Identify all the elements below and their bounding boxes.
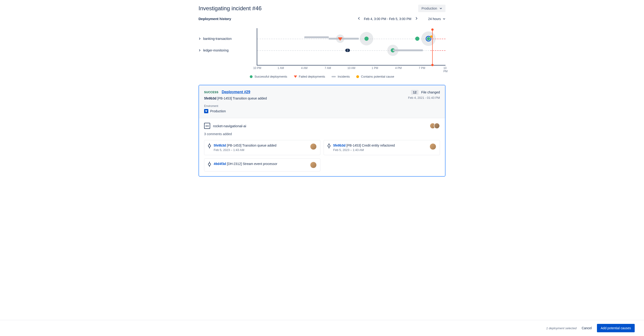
commit-hash-link[interactable]: 5fe9b3d (333, 144, 346, 147)
commit-hash-link[interactable]: 5fe9b3d (214, 144, 226, 147)
deployment-link[interactable]: Deployment #29 (222, 90, 250, 94)
chevron-right-icon (415, 17, 418, 20)
timeline-row-label: ledger-monitoring (203, 48, 228, 52)
x-tick: 1 AM (278, 66, 284, 70)
x-tick: 4 PM (395, 66, 402, 70)
avatar (430, 144, 436, 150)
environment-value: Production (210, 109, 226, 113)
deployment-details-panel: SUCCESS Deployment #29 5fe9b3d [PB-1453]… (198, 85, 446, 176)
ticket-ref: [PB-1453] (218, 96, 232, 100)
ticket-ref: [DH-2312] (227, 162, 242, 166)
successful-deployment-marker[interactable] (415, 36, 420, 41)
commit-message: Stream event processor (243, 162, 278, 166)
commit-card[interactable]: 49d4f3d [DH-2312] Stream event processor (204, 158, 320, 172)
next-range-button[interactable] (414, 16, 418, 21)
commit-node-icon (208, 163, 211, 166)
x-tick: 10 AM (348, 66, 355, 70)
x-tick: 10 PM (253, 66, 262, 70)
timeline-row-toggle[interactable]: banking-transaction (198, 33, 257, 44)
x-tick: 7 PM (419, 66, 425, 70)
code-icon: <> (204, 123, 210, 129)
section-title: Deployment history (198, 17, 231, 21)
avatar (310, 144, 316, 150)
failed-triangle-icon (294, 76, 297, 78)
ticket-ref: [PB-1453] (346, 144, 361, 147)
file-changed-label: File changed (421, 90, 440, 94)
chevron-down-icon (443, 18, 446, 20)
incident-bar-icon (332, 76, 336, 77)
commit-hash-link[interactable]: 49d4f3d (214, 162, 226, 166)
repo-name: rocket-navigational-ai (213, 124, 246, 128)
failed-deployment-marker[interactable] (338, 37, 342, 40)
chevron-right-icon (198, 49, 201, 52)
range-label: 24 hours (428, 17, 441, 21)
legend-label: Incidents (338, 75, 350, 78)
x-tick: 10 PM (444, 66, 448, 73)
incident-bar[interactable] (304, 36, 329, 38)
timeline-row-toggle[interactable]: ledger-monitoring (198, 44, 257, 56)
legend-label: Contains potential cause (361, 75, 394, 78)
commit-node-icon (208, 144, 211, 148)
legend: Successful deployments Failed deployment… (198, 75, 446, 78)
incident-bar[interactable] (393, 50, 423, 51)
bitbucket-icon (204, 109, 208, 113)
current-time-line (432, 30, 433, 65)
prev-range-button[interactable] (357, 16, 361, 21)
range-dropdown[interactable]: 24 hours (428, 17, 446, 21)
commit-hash: 5fe9b3d (204, 96, 216, 100)
avatar (434, 123, 440, 129)
commit-node-icon (328, 144, 330, 148)
event-count-badge[interactable]: 2 (345, 49, 350, 52)
commit-date: Feb 5, 2023 – 1:43 AM (214, 148, 276, 152)
commit-card[interactable]: 5fe9b3d [PB-1453] Transition queue added… (204, 140, 320, 155)
page-title: Investigating incident #46 (198, 5, 262, 12)
deployment-timeline-chart[interactable]: 2 10 PM 1 AM 4 AM 7 AM 10 AM 1 PM 4 PM 7… (257, 28, 446, 66)
status-badge: SUCCESS (204, 91, 218, 94)
legend-label: Successful deployments (254, 75, 287, 78)
commit-message: Transition queue added (242, 144, 276, 147)
successful-deployment-marker[interactable] (364, 36, 368, 41)
legend-label: Failed deployments (299, 75, 325, 78)
date-range-label: Feb 4, 3:00 PM - Feb 5, 3:00 PM (364, 17, 412, 21)
commit-message: Transition queue added (233, 96, 267, 100)
ticket-ref: [PB-1453] (227, 144, 242, 147)
cause-dot-icon (356, 75, 359, 78)
chevron-left-icon (358, 17, 360, 20)
commit-date: Feb 5, 2023 – 1:43 AM (333, 148, 395, 152)
x-tick: 4 AM (301, 66, 307, 70)
environment-label: Enviroment (204, 104, 267, 108)
env-dropdown-label: Production (422, 6, 437, 10)
x-tick: 1 PM (372, 66, 378, 70)
deployment-timestamp: Feb 4, 2021 - 01:43 PM (408, 96, 440, 100)
avatar (310, 162, 316, 168)
environment-dropdown[interactable]: Production (418, 5, 446, 12)
chevron-right-icon (198, 37, 201, 40)
chevron-down-icon (440, 7, 442, 10)
file-count-chip: 12 (411, 90, 418, 94)
x-tick: 7 AM (324, 66, 331, 70)
successful-deployment-marker[interactable] (427, 37, 430, 40)
contributors-avatars[interactable] (430, 123, 440, 129)
commit-card[interactable]: 5fe9b3d [PB-1453] Credit entity refactor… (324, 140, 440, 155)
comments-count: 3 comments added (204, 132, 440, 136)
success-dot-icon (250, 75, 252, 78)
timeline-row-label: banking-transaction (203, 37, 232, 40)
commit-message: Credit entity refactored (362, 144, 395, 147)
